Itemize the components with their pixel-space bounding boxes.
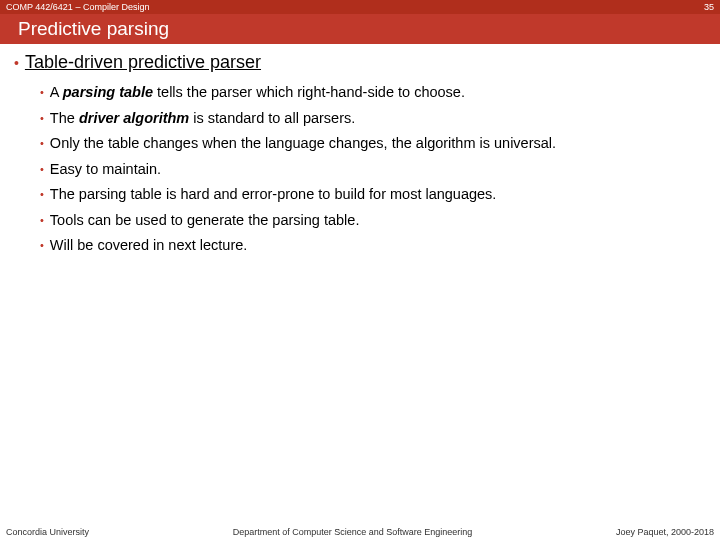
list-item-text: The parsing table is hard and error-pron… — [50, 185, 497, 205]
list-item-text: Will be covered in next lecture. — [50, 236, 247, 256]
footer-center: Department of Computer Science and Softw… — [233, 527, 473, 537]
bullet-icon: • — [40, 138, 44, 149]
top-meta-bar: COMP 442/6421 – Compiler Design 35 — [0, 0, 720, 14]
slide-footer: Concordia University Department of Compu… — [0, 524, 720, 540]
slide-body: • Table-driven predictive parser • A par… — [14, 52, 706, 262]
page-number: 35 — [704, 2, 714, 12]
slide-title: Predictive parsing — [18, 18, 169, 40]
bullet-icon: • — [40, 113, 44, 124]
list-item: • Only the table changes when the langua… — [40, 134, 706, 154]
bullet-icon: • — [40, 240, 44, 251]
bullet-icon: • — [14, 56, 19, 70]
section-heading: Table-driven predictive parser — [25, 52, 261, 73]
slide-title-bar: Predictive parsing — [0, 14, 720, 44]
list-item: • The parsing table is hard and error-pr… — [40, 185, 706, 205]
list-item-text: Easy to maintain. — [50, 160, 161, 180]
list-item-text: Tools can be used to generate the parsin… — [50, 211, 360, 231]
slide: COMP 442/6421 – Compiler Design 35 Predi… — [0, 0, 720, 540]
bullet-icon: • — [40, 215, 44, 226]
footer-left: Concordia University — [6, 527, 89, 537]
footer-right: Joey Paquet, 2000-2018 — [616, 527, 714, 537]
course-code: COMP 442/6421 – Compiler Design — [6, 2, 149, 12]
list-item: • A parsing table tells the parser which… — [40, 83, 706, 103]
list-item-text: A parsing table tells the parser which r… — [50, 83, 465, 103]
bullet-icon: • — [40, 87, 44, 98]
list-item: • Tools can be used to generate the pars… — [40, 211, 706, 231]
bullet-list: • A parsing table tells the parser which… — [40, 83, 706, 256]
list-item-text: Only the table changes when the language… — [50, 134, 556, 154]
bullet-icon: • — [40, 189, 44, 200]
list-item-text: The driver algorithm is standard to all … — [50, 109, 355, 129]
heading-row: • Table-driven predictive parser — [14, 52, 706, 73]
bullet-icon: • — [40, 164, 44, 175]
list-item: • The driver algorithm is standard to al… — [40, 109, 706, 129]
list-item: • Will be covered in next lecture. — [40, 236, 706, 256]
list-item: • Easy to maintain. — [40, 160, 706, 180]
